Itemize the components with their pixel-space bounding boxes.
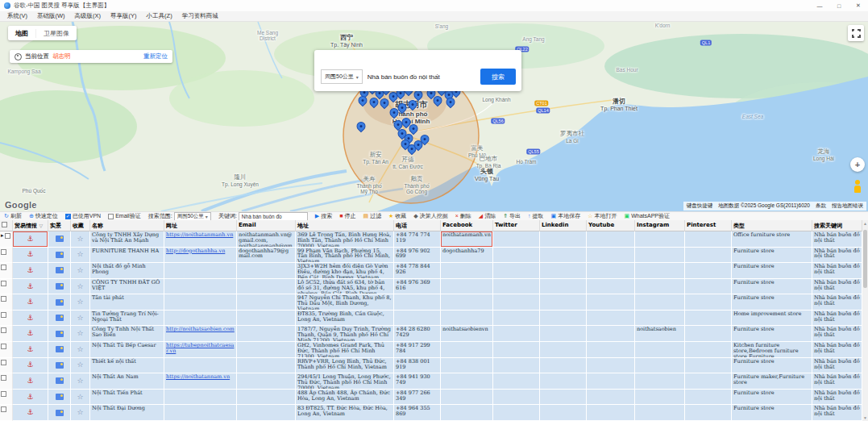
map-type-map-button[interactable]: 地图	[8, 29, 35, 38]
cell-favorite[interactable]: ☆	[71, 263, 90, 279]
whatsapp-verify-button[interactable]: ▣WhatsAPP验证	[625, 212, 670, 220]
cell-favorite[interactable]: ☆	[71, 279, 90, 295]
star-icon[interactable]: ☆	[77, 362, 83, 368]
keyboard-shortcuts-link[interactable]: 键盘快捷键	[687, 202, 713, 210]
street-view-icon[interactable]	[56, 299, 64, 306]
cell-street-view[interactable]	[48, 263, 71, 279]
scroll-up-icon[interactable]: ▲	[862, 221, 868, 226]
favorite-button[interactable]: ★收藏	[388, 212, 406, 220]
delete-button[interactable]: ×删除	[455, 212, 471, 220]
minimize-button[interactable]: —	[810, 0, 829, 11]
cell-street-view[interactable]	[48, 294, 71, 311]
row-checkbox[interactable]	[1, 312, 6, 318]
street-view-icon[interactable]	[56, 377, 64, 384]
refresh-button[interactable]: ↻刷新	[4, 212, 22, 220]
star-icon[interactable]: ☆	[77, 284, 83, 290]
cell-favorite[interactable]: ☆	[71, 294, 90, 311]
fullscreen-button[interactable]	[848, 25, 864, 41]
cell-trade-intel[interactable]: ⚓	[13, 311, 48, 327]
email-verify-checkbox[interactable]: Email验证	[108, 212, 141, 220]
search-range-select[interactable]: 搜索范围:周围50公里▾	[148, 212, 211, 221]
trade-intel-icon[interactable]: ⚓	[27, 362, 33, 368]
cell-trade-intel[interactable]: ⚓	[13, 248, 48, 264]
quick-locate-button[interactable]: ⊕快速定位	[29, 212, 58, 220]
cell-street-view[interactable]	[48, 373, 71, 390]
toolbar-range-select[interactable]: 周围50公里▾	[174, 212, 211, 221]
row-checkbox[interactable]	[1, 375, 6, 381]
table-scrollbar[interactable]: ▲ ▼	[862, 220, 868, 421]
star-icon[interactable]: ☆	[77, 331, 83, 336]
radius-select[interactable]: 周围50公里 ▾	[321, 69, 363, 84]
export-button[interactable]: ⇑导出	[503, 212, 521, 220]
local-open-button[interactable]: ☆本地打开	[588, 212, 617, 220]
trade-intel-icon[interactable]: ⚓	[27, 331, 33, 336]
cell-trade-intel[interactable]: ⚓	[13, 342, 48, 358]
street-view-icon[interactable]	[56, 236, 64, 242]
cell-url[interactable]: http://noithatsaobien.com	[164, 326, 237, 342]
cell-street-view[interactable]	[48, 326, 71, 342]
street-view-icon[interactable]	[56, 331, 64, 337]
street-view-icon[interactable]	[56, 362, 64, 369]
row-checkbox[interactable]	[1, 281, 6, 286]
cell-favorite[interactable]: ☆	[71, 342, 90, 358]
keyword-input[interactable]: 关键词:Nhà bán buôn đồ	[218, 212, 308, 221]
trade-intel-icon[interactable]: ⚓	[27, 284, 33, 290]
cell-url[interactable]: https://noithatannam.vn	[164, 373, 237, 390]
cell-favorite[interactable]: ☆	[71, 390, 90, 406]
cell-trade-intel[interactable]: ⚓	[13, 358, 48, 374]
row-checkbox[interactable]	[1, 265, 6, 270]
clear-button[interactable]: ◢清除	[479, 212, 496, 220]
menu-item-5[interactable]: 学习资料商城	[178, 12, 222, 20]
trade-intel-icon[interactable]: ⚓	[27, 410, 33, 415]
street-view-icon[interactable]	[56, 252, 64, 258]
star-icon[interactable]: ☆	[77, 252, 83, 257]
star-icon[interactable]: ☆	[77, 378, 83, 384]
menu-item-3[interactable]: 尊享版(Y)	[106, 12, 141, 20]
trade-intel-icon[interactable]: ⚓	[27, 378, 33, 384]
cell-trade-intel[interactable]: ⚓	[13, 279, 48, 295]
scrollbar-thumb[interactable]	[863, 230, 867, 288]
star-icon[interactable]: ☆	[77, 394, 83, 400]
street-view-icon[interactable]	[56, 410, 64, 416]
cell-street-view[interactable]	[48, 390, 71, 406]
pegman-icon[interactable]	[852, 180, 863, 194]
report-error-link[interactable]: 报告地图错误	[832, 202, 863, 210]
vpn-checkbox[interactable]: ✓已使用VPN	[65, 212, 101, 220]
star-icon[interactable]: ☆	[77, 410, 83, 415]
trade-intel-icon[interactable]: ⚓	[27, 394, 33, 400]
select-all-checkbox[interactable]	[2, 222, 7, 227]
star-icon[interactable]: ☆	[77, 268, 83, 273]
filter-button[interactable]: ▤过滤	[363, 212, 381, 220]
street-view-icon[interactable]	[56, 315, 64, 321]
decision-maker-button[interactable]: ◆决策人挖掘	[413, 212, 447, 220]
cell-url[interactable]: https://tubepnoithatcaesar.vn	[164, 342, 237, 358]
terms-link[interactable]: 条款	[816, 202, 826, 210]
scroll-down-icon[interactable]: ▼	[862, 415, 868, 420]
maximize-button[interactable]: □	[829, 0, 849, 11]
cell-favorite[interactable]: ☆	[71, 405, 90, 421]
row-checkbox[interactable]	[1, 327, 6, 333]
cell-favorite[interactable]: ☆	[71, 248, 90, 264]
local-save-button[interactable]: ▣本地保存	[551, 212, 581, 220]
trade-intel-icon[interactable]: ⚓	[27, 315, 33, 321]
cell-street-view[interactable]	[48, 358, 71, 374]
search-keyword-input[interactable]: Nhà bán buôn đồ nội thất	[363, 73, 480, 81]
cell-favorite[interactable]: ☆	[71, 326, 90, 342]
menu-item-4[interactable]: 小工具(Z)	[143, 12, 177, 20]
cell-favorite[interactable]: ☆	[71, 358, 90, 374]
cell-trade-intel[interactable]: ⚓	[13, 231, 48, 248]
row-checkbox[interactable]	[1, 296, 6, 302]
row-checkbox[interactable]	[1, 360, 6, 365]
cell-favorite[interactable]: ☆	[71, 311, 90, 327]
row-checkbox[interactable]	[5, 233, 10, 239]
menu-item-2[interactable]: 高级版(X)	[71, 12, 106, 20]
toolbar-keyword-input[interactable]: Nhà bán buôn đồ	[239, 212, 308, 221]
cell-favorite[interactable]: ☆	[71, 231, 90, 248]
search-button[interactable]: ▶搜索	[315, 212, 332, 220]
checkbox-icon[interactable]: ✓	[65, 214, 71, 219]
cell-trade-intel[interactable]: ⚓	[13, 405, 48, 421]
street-view-icon[interactable]	[56, 283, 64, 290]
cell-street-view[interactable]	[48, 231, 71, 248]
map-search-button[interactable]: 搜索	[480, 69, 516, 85]
menu-item-1[interactable]: 基础版(W)	[33, 12, 69, 20]
